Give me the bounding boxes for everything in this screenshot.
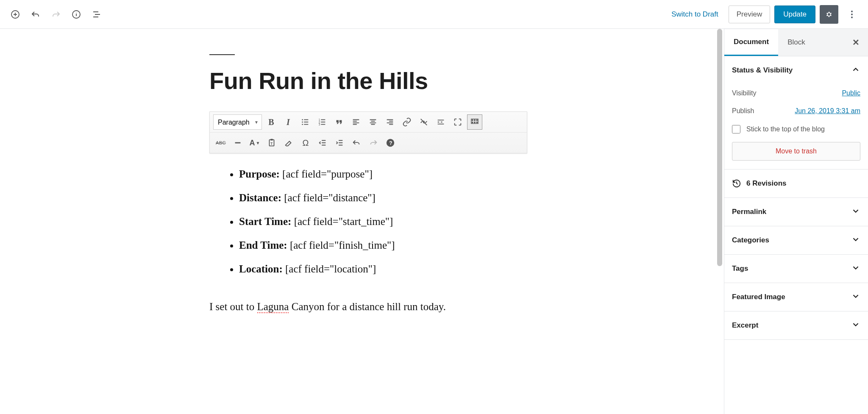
panel-excerpt: Excerpt [724,311,868,340]
svg-rect-21 [474,122,476,123]
undo-button[interactable] [27,6,44,23]
tab-document[interactable]: Document [724,29,778,56]
undo-icon [31,9,41,19]
close-sidebar-button[interactable]: ✕ [844,29,868,56]
chevron-down-icon [851,263,860,272]
outline-button[interactable] [88,6,105,23]
spell-error: Laguna [257,301,289,313]
align-left-button[interactable] [348,114,364,130]
panel-permalink-header[interactable]: Permalink [724,198,868,226]
undo-button-2[interactable] [349,135,364,150]
visibility-link[interactable]: Public [842,89,860,97]
chevron-down-icon: ▼ [256,141,260,145]
indent-button[interactable] [332,135,347,150]
body-paragraph[interactable]: I set out to Laguna Canyon for a distanc… [209,301,527,313]
unlink-button[interactable] [416,114,431,130]
undo-icon [352,138,361,147]
stick-checkbox[interactable] [732,125,740,133]
panel-permalink: Permalink [724,198,868,226]
panel-categories-header[interactable]: Categories [724,226,868,254]
link-button[interactable] [399,114,415,130]
toolbar-toggle-button[interactable] [467,114,482,130]
format-select[interactable]: Paragraph [213,114,262,130]
hr-icon [233,138,242,147]
update-button[interactable]: Update [774,6,815,23]
outdent-button[interactable] [315,135,330,150]
switch-to-draft-button[interactable]: Switch to Draft [665,6,724,23]
panel-revisions: 6 Revisions [724,169,868,198]
italic-icon: I [287,117,290,127]
help-button[interactable]: ? [383,135,398,150]
outline-icon [92,9,102,19]
publish-date-link[interactable]: Jun 26, 2019 3:31 am [795,107,860,115]
align-center-icon [368,117,378,127]
stick-checkbox-row[interactable]: Stick to the top of the blog [732,120,860,142]
svg-point-4 [851,17,853,18]
strikethrough-button[interactable]: ABC [213,135,228,150]
question-icon: ? [386,138,395,147]
panel-tags-header[interactable]: Tags [724,255,868,283]
svg-rect-17 [472,119,473,121]
preview-button[interactable]: Preview [729,6,770,23]
read-more-button[interactable] [433,114,448,130]
svg-text:3: 3 [319,123,320,126]
editor-canvas[interactable]: Fun Run in the Hills Paragraph B I 123 [0,29,724,414]
svg-rect-19 [476,119,478,121]
svg-rect-8 [304,122,308,122]
svg-point-2 [851,11,853,12]
post-title[interactable]: Fun Run in the Hills [209,67,527,94]
svg-rect-18 [474,119,476,121]
hr-button[interactable] [230,135,245,150]
link-icon [402,117,412,127]
add-block-button[interactable] [7,6,24,23]
svg-point-9 [302,124,303,125]
panel-excerpt-header[interactable]: Excerpt [724,311,868,339]
redo-button-2[interactable] [366,135,381,150]
fullscreen-button[interactable] [450,114,465,130]
bold-button[interactable]: B [264,114,279,130]
toolbar-right: Switch to Draft Preview Update [665,5,861,24]
svg-point-3 [851,14,853,15]
redo-button[interactable] [47,6,64,23]
move-to-trash-button[interactable]: Move to trash [732,142,860,161]
clear-formatting-button[interactable] [281,135,296,150]
content-list[interactable]: Purpose: [acf field="purpose"] Distance:… [209,164,527,280]
panel-featured-image: Featured Image [724,283,868,311]
sidebar-tabs: Document Block ✕ [724,29,868,56]
kebab-icon [847,9,857,19]
panel-status-header[interactable]: Status & Visibility [724,56,868,84]
ul-icon [300,117,310,127]
settings-button[interactable] [820,5,838,24]
panel-status: Status & Visibility Visibility Public Pu… [724,56,868,169]
svg-rect-12 [321,119,325,120]
main-area: Fun Run in the Hills Paragraph B I 123 [0,29,868,414]
plus-circle-icon [10,9,20,19]
blockquote-button[interactable] [331,114,347,130]
svg-rect-16 [321,124,325,125]
gear-icon [824,9,834,19]
kitchen-sink-icon [470,117,479,127]
align-right-button[interactable] [382,114,398,130]
classic-editor-toolbar: Paragraph B I 123 ABC [209,111,527,153]
italic-button[interactable]: I [281,114,296,130]
paste-text-button[interactable]: T [264,135,279,150]
panel-tags: Tags [724,255,868,283]
scrollbar-thumb[interactable] [717,29,722,266]
bulleted-list-button[interactable] [298,114,313,130]
special-char-button[interactable]: Ω [298,135,313,150]
ol-icon: 123 [317,117,327,127]
outdent-icon [318,138,327,147]
align-center-button[interactable] [365,114,381,130]
svg-rect-6 [304,119,308,120]
chevron-down-icon [851,292,860,301]
svg-text:T: T [270,142,273,146]
tab-block[interactable]: Block [778,30,815,55]
info-button[interactable] [68,6,85,23]
text-color-button[interactable]: A▼ [247,135,262,150]
more-menu-button[interactable] [843,5,861,24]
revisions-link[interactable]: 6 Revisions [724,169,868,197]
numbered-list-button[interactable]: 123 [314,114,330,130]
panel-featured-image-header[interactable]: Featured Image [724,283,868,311]
chevron-up-icon [851,65,860,74]
panel-categories: Categories [724,226,868,255]
